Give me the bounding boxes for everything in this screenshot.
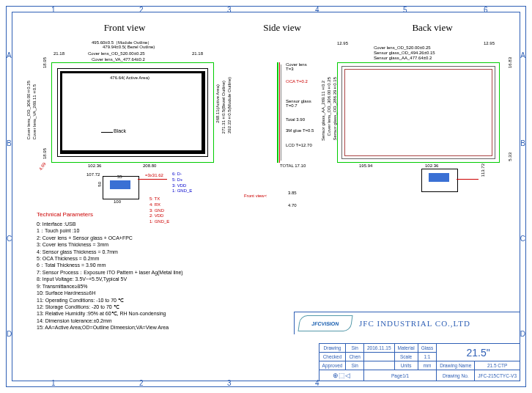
fv-gap-bl: 18.95	[43, 148, 47, 159]
val-partno: JFC-215CTYC-V3	[475, 370, 520, 381]
wb6: 6: D-	[172, 172, 192, 177]
bv-vsod: Sensor glass_OD_286.29±0.15	[333, 77, 337, 140]
sv-sensor	[281, 65, 281, 161]
tech-l6: 6：Total Thickness = 3.90 mm	[37, 262, 183, 268]
lbl-dname: Drawing Name	[437, 361, 475, 370]
wb3: 3: VDD	[172, 183, 192, 189]
tech-l15: 15: AA=Active Area;OD=Outline Dimeesion;…	[37, 324, 183, 331]
bv-1683: 16.83	[508, 57, 512, 68]
fv-right: 21.18	[192, 51, 203, 56]
ruler-col-5: 5	[403, 6, 407, 14]
fv-conn-h: 50	[97, 182, 102, 187]
wb5: 5: D+	[172, 177, 192, 183]
wr4: 4: RX	[149, 202, 169, 208]
ruler-col-1b: 1	[51, 379, 56, 387]
fv-active-area: 476.64( Active Area)	[110, 76, 149, 80]
fv-pitch: =3x31.62	[145, 173, 163, 177]
fv-conn-w: 100	[114, 199, 121, 204]
fv-bezelh: 271.31±0.5(Bezel Outline)	[221, 81, 226, 133]
bv-sen-va: Sensor glass_AA_477.64±0.2	[374, 56, 432, 60]
title-block: Drawing Sin 2016.11.15 Material Glass 21…	[319, 343, 520, 381]
bv-195: 195.94	[359, 164, 372, 168]
tech-l12: 12: Storage Conditions: -20 to 70 ℃	[37, 304, 183, 310]
sv-cover	[277, 62, 278, 163]
val-sin1: Sin	[346, 344, 364, 353]
sv-oca	[279, 62, 280, 163]
fv-black-leader	[101, 132, 113, 133]
val-chen: Chen	[346, 353, 364, 361]
ruler-col-3b: 3	[227, 379, 232, 387]
lbl-material: Material	[394, 344, 418, 353]
wr5: 5: TX	[149, 196, 169, 202]
fv-vert-od: Cover lens_OD_306.00±0.25	[26, 81, 31, 139]
bv-redw	[457, 179, 479, 180]
fv-active-rect	[62, 73, 202, 150]
tech-l2: 2: Cover lens + Sensor glass + OCA+FPC	[37, 235, 183, 241]
val-scale: 1:1	[418, 353, 437, 361]
fv-cover-va: Cover lens_VA_477.64±0.2	[92, 57, 145, 62]
company-name: JFC INDUSTRIAL CO.,LTD	[359, 319, 470, 328]
side-view-title: Side view	[253, 22, 311, 34]
ruler-col-1: 1	[51, 6, 56, 14]
sv-glue: 3M glue T=0.5	[286, 128, 314, 133]
front-view-title: Front view	[88, 22, 161, 34]
lbl-drawing: Drawing	[319, 344, 346, 353]
fv-102: 102.36	[88, 164, 101, 168]
lbl-approved: Approved	[319, 361, 346, 370]
fv-conn-chip	[110, 180, 130, 189]
tech-l7: 7: Sensor Process：Exposure ITO Pattern +…	[37, 269, 183, 276]
tech-l4: 4: Sensor glass Thickness = 0.7mm	[37, 249, 183, 255]
wires-blue: 6: D- 5: D+ 3: VDD 1: GND_E	[172, 172, 192, 194]
val-page: Page1/1	[363, 370, 436, 381]
sv-lcd: LCD T=12.70	[286, 143, 312, 147]
ruler-col-4: 4	[315, 6, 319, 14]
fv-modh: 292.22±0.5(Module Outline)	[227, 77, 232, 133]
tech-l10: 10: Surface Hardness≥6H	[37, 290, 183, 296]
ruler-row-c: C	[7, 235, 12, 243]
bv-inner	[344, 69, 492, 156]
technical-parameters: Technical Parameters 0: Interface :USB 1…	[37, 211, 183, 331]
fv-left: 21.18	[53, 51, 64, 56]
fv-cover-od: Cover lens_OD_520.00±0.25	[88, 51, 145, 56]
bv-533: 5.33	[508, 153, 512, 161]
bv-vod: Cover lens_OD_306.00±0.25	[327, 77, 331, 136]
lbl-scale: Scale	[394, 353, 418, 361]
ruler-col-2b: 2	[139, 379, 144, 387]
val-size: 21.5"	[437, 344, 520, 361]
bv-102: 102.36	[425, 164, 438, 168]
val-units: mm	[418, 361, 437, 370]
tech-l11: 11: Operating Conditions: -10 to 70 ℃	[37, 297, 183, 304]
proj-symbol: ⊕⬚◁	[319, 370, 363, 381]
fv-vert-va: Cover lens_VA_269.11±0.5	[32, 84, 37, 140]
fv-bezel-out: 479.94±0.5( Bezel Outline)	[103, 45, 155, 49]
tech-title: Technical Parameters	[37, 211, 183, 219]
drawing-sheet: 1 2 3 4 5 6 1 2 3 4 A B C D A B C D Fron…	[0, 0, 532, 393]
ruler-row-b: B	[7, 139, 12, 147]
fv-conn55: 55	[117, 175, 122, 179]
bv-vaa: Sensor glass_AA_269.11±0.2	[321, 81, 325, 141]
val-glass: Glass	[418, 344, 437, 353]
tech-l14: 14: Dimension tolerance:±0.2mm	[37, 317, 183, 324]
sv-385: 3.85	[288, 191, 297, 195]
sv-sensor-l: Sensor glass T=0.7	[286, 99, 311, 108]
ruler-col-6: 6	[484, 6, 488, 14]
sv-total: TOTAL 17.10	[280, 164, 306, 168]
fv-black-label: Black	[114, 128, 126, 133]
ruler-row-a: A	[7, 51, 12, 59]
ruler-col-2: 2	[139, 6, 144, 14]
val-date: 2016.11.15	[363, 344, 394, 353]
bv-113: 113.72	[481, 164, 485, 177]
ruler-row-d: D	[7, 330, 12, 338]
bv-chip	[429, 173, 449, 182]
tech-l8: 8: Input Voltage: 3.5V~+5.5V,Typical 5V	[37, 276, 183, 282]
tech-l3: 3: Cover lens Thickness = 3mm	[37, 241, 183, 248]
sv-frontarrow: Front view<	[244, 194, 267, 198]
tech-l1: 1：Touch point :10	[37, 227, 183, 234]
val-ctp: 21.5 CTP	[475, 361, 520, 370]
tech-l0: 0: Interface :USB	[37, 221, 183, 227]
fv-red-wires	[138, 179, 167, 180]
fv-107: 107.72	[86, 172, 100, 177]
bv-12r: 12.95	[484, 41, 495, 45]
title-block-header: JFCVISION JFC INDUSTRIAL CO.,LTD	[294, 312, 520, 334]
bv-sen-od: Sensor glass_OD_494.26±0.15	[374, 51, 435, 55]
